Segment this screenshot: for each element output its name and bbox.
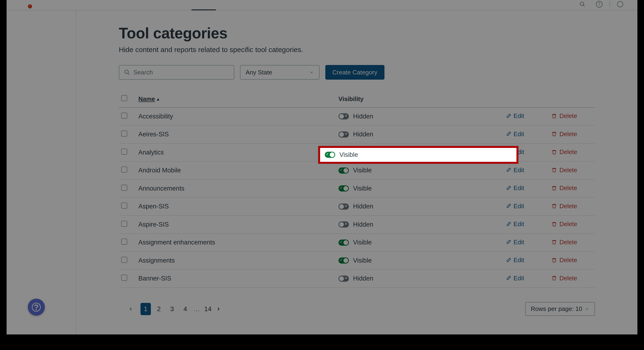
trash-icon: [551, 113, 557, 119]
edit-button[interactable]: Edit: [506, 184, 524, 192]
row-checkbox[interactable]: [121, 149, 127, 155]
edit-button[interactable]: Edit: [506, 239, 524, 246]
row-checkbox[interactable]: [121, 203, 127, 209]
delete-button[interactable]: Delete: [551, 184, 577, 192]
edit-button[interactable]: Edit: [506, 257, 524, 264]
sort-asc-icon: ▲: [156, 97, 160, 101]
visibility-toggle[interactable]: [338, 240, 349, 246]
trash-icon: [551, 131, 557, 137]
visibility-toggle[interactable]: [338, 276, 349, 282]
row-name: Aspire-SIS: [136, 216, 320, 234]
pagination-next[interactable]: [216, 307, 225, 312]
create-category-button[interactable]: Create Category: [325, 65, 384, 80]
visibility-toggle[interactable]: [338, 113, 349, 119]
row-checkbox[interactable]: [121, 221, 127, 227]
svg-point-2: [125, 70, 128, 73]
visibility-label: Hidden: [353, 113, 374, 120]
visibility-toggle[interactable]: [338, 204, 349, 210]
delete-button[interactable]: Delete: [551, 220, 577, 228]
pencil-icon: [506, 131, 511, 137]
visibility-toggle[interactable]: [338, 131, 349, 138]
visibility-toggle[interactable]: [338, 257, 349, 264]
topbar-help-icon[interactable]: ?: [596, 1, 602, 7]
pencil-icon: [506, 167, 511, 173]
delete-button[interactable]: Delete: [551, 130, 577, 138]
trash-icon: [551, 149, 557, 155]
row-checkbox[interactable]: [121, 275, 127, 281]
chevron-left-icon: [128, 307, 134, 312]
topbar-profile-icon[interactable]: [617, 1, 623, 7]
table-row: Assignment enhancementsVisibleEditDelete: [119, 234, 595, 252]
delete-button[interactable]: Delete: [551, 257, 577, 264]
visibility-label: Hidden: [353, 131, 374, 138]
row-checkbox[interactable]: [121, 167, 127, 173]
delete-button[interactable]: Delete: [551, 167, 577, 174]
help-fab-button[interactable]: ?: [28, 299, 45, 316]
delete-button[interactable]: Delete: [551, 275, 577, 282]
column-header-name[interactable]: Name▲: [136, 92, 320, 107]
delete-button[interactable]: Delete: [551, 239, 577, 246]
pagination-page[interactable]: 1: [140, 303, 151, 315]
select-all-checkbox[interactable]: [121, 95, 127, 101]
pencil-icon: [506, 113, 511, 119]
row-checkbox[interactable]: [121, 113, 127, 119]
topbar-search-icon[interactable]: [580, 1, 589, 7]
pencil-icon: [506, 221, 511, 227]
row-name: Accessibility: [136, 107, 320, 126]
delete-button[interactable]: Delete: [551, 112, 577, 120]
delete-button[interactable]: Delete: [551, 148, 577, 156]
edit-button[interactable]: Edit: [506, 203, 524, 210]
visibility-toggle[interactable]: [338, 167, 349, 174]
search-field[interactable]: [119, 65, 234, 80]
topbar-divider: [610, 1, 610, 7]
visibility-toggle[interactable]: [338, 185, 349, 191]
visibility-label: Visible: [340, 151, 358, 159]
state-filter-select[interactable]: Any State: [240, 65, 320, 80]
table-row: Aspen-SISHiddenEditDelete: [119, 198, 595, 216]
edit-button[interactable]: Edit: [506, 275, 524, 282]
visibility-label: Visible: [353, 167, 372, 174]
visibility-toggle[interactable]: [338, 221, 349, 228]
search-input[interactable]: [134, 69, 229, 76]
edit-button[interactable]: Edit: [506, 220, 524, 228]
svg-line-1: [583, 5, 584, 6]
trash-icon: [551, 185, 557, 191]
trash-icon: [551, 167, 557, 173]
row-name: Assignment enhancements: [136, 234, 320, 252]
trash-icon: [551, 221, 557, 227]
pagination-page[interactable]: 3: [167, 303, 177, 315]
topbar: ?: [6, 0, 638, 10]
rows-per-page-select[interactable]: Rows per page: 10: [525, 302, 595, 316]
visibility-toggle[interactable]: [325, 152, 335, 158]
visibility-label: Hidden: [353, 203, 374, 210]
pagination-page[interactable]: 4: [180, 303, 190, 315]
row-name: Aeires-SIS: [136, 126, 320, 144]
rows-per-page-label: Rows per page: 10: [531, 305, 582, 313]
edit-button[interactable]: Edit: [506, 130, 524, 138]
delete-button[interactable]: Delete: [551, 203, 577, 210]
edit-button[interactable]: Edit: [506, 112, 524, 120]
table-row: AccessibilityHiddenEditDelete: [119, 107, 595, 126]
table-row: Banner-SISHiddenEditDelete: [119, 270, 595, 288]
pencil-icon: [506, 275, 511, 281]
row-name: Analytics: [136, 143, 320, 162]
pagination-page[interactable]: 14: [203, 303, 213, 315]
row-checkbox[interactable]: [121, 257, 127, 263]
tutorial-highlight: Visible: [318, 146, 518, 164]
pagination: 1234…14: [128, 303, 225, 315]
edit-button[interactable]: Edit: [506, 167, 524, 174]
categories-table: Name▲ Visibility AccessibilityHiddenEdit…: [119, 92, 595, 288]
pencil-icon: [506, 185, 511, 191]
pencil-icon: [506, 239, 511, 245]
table-row: AnnouncementsVisibleEditDelete: [119, 179, 595, 198]
trash-icon: [551, 275, 557, 281]
row-name: Assignments: [136, 252, 320, 270]
pagination-prev[interactable]: [128, 307, 138, 312]
row-checkbox[interactable]: [121, 130, 127, 137]
row-name: Banner-SIS: [136, 270, 320, 288]
pagination-page[interactable]: 2: [154, 303, 164, 315]
row-checkbox[interactable]: [121, 185, 127, 191]
state-filter-value: Any State: [246, 69, 272, 76]
row-checkbox[interactable]: [121, 239, 127, 245]
chevron-right-icon: [216, 307, 221, 312]
